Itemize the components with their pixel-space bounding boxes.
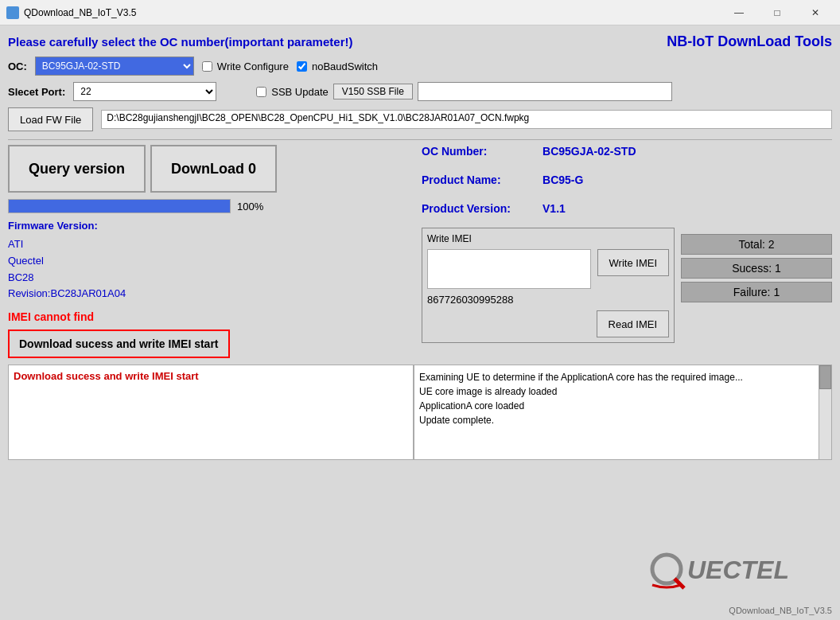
fw-line-ati: ATI: [8, 236, 414, 253]
imei-error: IMEI cannot find: [8, 310, 414, 323]
oc-dropdown[interactable]: BC95GJA-02-STD: [35, 57, 194, 76]
progress-bar-outer: [8, 199, 231, 213]
write-configure-label: Write Configure: [217, 60, 289, 72]
right-panel: OC Number: Product Name: Product Version…: [422, 145, 832, 358]
log-line-3: ApplicationA core loaded: [419, 399, 826, 413]
imei-input-row: Write IMEI: [427, 249, 669, 289]
log-line-2: UE core image is already loaded: [419, 384, 826, 399]
close-button[interactable]: ✕: [797, 0, 834, 25]
titlebar: QDownload_NB_IoT_V3.5 — □ ✕: [0, 0, 840, 25]
progress-text: 100%: [237, 201, 263, 213]
ssb-group: SSB Update V150 SSB File: [256, 82, 672, 101]
left-panel: Query version DownLoad 0 100% Firmware V…: [8, 145, 414, 358]
total-stat: Total: 2: [681, 234, 832, 255]
oc-number-value: BC95GJA-02-STD: [542, 145, 636, 158]
log-line-4: Update complete.: [419, 413, 826, 427]
oc-info-section: OC Number: Product Name: Product Version…: [422, 145, 832, 215]
log-scrollbar[interactable]: [819, 365, 831, 459]
ssb-update-checkbox[interactable]: [256, 87, 266, 97]
imei-stats-row: Write IMEI Write IMEI 867726030995288 Re…: [422, 228, 832, 343]
bottom-section: Download sucess and write IMEI start Exa…: [8, 365, 832, 460]
notice-text: Please carefully select the OC number(im…: [8, 35, 352, 49]
fw-line-revision: Revision:BC28JAR01A04: [8, 286, 414, 302]
port-label: Slecet Port:: [8, 86, 65, 98]
oc-info-labels: OC Number: Product Name: Product Version…: [422, 145, 511, 215]
footer: QDownload_NB_IoT_V3.5: [729, 606, 832, 615]
action-buttons: Query version DownLoad 0: [8, 145, 414, 193]
notice-bar: Please carefully select the OC number(im…: [8, 33, 832, 50]
product-name-label: Product Name:: [422, 174, 511, 186]
oc-info-values: BC95GJA-02-STD BC95-G V1.1: [542, 145, 636, 215]
ssb-file-button[interactable]: V150 SSB File: [333, 84, 413, 99]
fw-version-text: ATI Quectel BC28 Revision:BC28JAR01A04: [8, 236, 414, 302]
log-box-right: Examining UE to determine if the Applica…: [414, 365, 832, 460]
port-row: Slecet Port: 22 SSB Update V150 SSB File: [8, 82, 832, 101]
log-status-text: Download sucess and write IMEI start: [14, 370, 199, 382]
minimize-button[interactable]: —: [721, 0, 757, 25]
maximize-button[interactable]: □: [759, 0, 795, 25]
download-status-text: Download sucess and write IMEI start: [19, 337, 219, 350]
imei-number: 867726030995288: [427, 294, 669, 306]
svg-text:UECTEL: UECTEL: [687, 556, 789, 584]
ssb-path-input[interactable]: [418, 82, 672, 101]
log-panel-left: Download sucess and write IMEI start: [8, 365, 414, 460]
no-baud-switch-group: noBaudSwitch: [297, 60, 378, 72]
stats-panel: Total: 2 Sucess: 1 Failure: 1: [681, 234, 832, 343]
footer-text: QDownload_NB_IoT_V3.5: [729, 606, 832, 615]
log-panel-right: Examining UE to determine if the Applica…: [414, 365, 832, 460]
quectel-branding: UECTEL: [649, 545, 824, 596]
window-controls: — □ ✕: [721, 0, 834, 25]
oc-label: OC:: [8, 60, 27, 72]
port-dropdown[interactable]: 22: [73, 82, 216, 101]
progress-bar-inner: [9, 200, 230, 213]
product-version-label: Product Version:: [422, 202, 511, 215]
window-title: QDownload_NB_IoT_V3.5: [24, 7, 721, 18]
fw-row: Load FW File D:\BC28gujianshengjI\BC28_O…: [8, 107, 832, 131]
fw-line-quectel: Quectel: [8, 253, 414, 270]
log-box-left: Download sucess and write IMEI start: [8, 365, 414, 460]
oc-number-label: OC Number:: [422, 145, 511, 158]
quectel-logo-svg: UECTEL: [649, 545, 824, 593]
ssb-update-label: SSB Update: [271, 86, 329, 98]
fw-path: D:\BC28gujianshengjI\BC28_OPEN\BC28_Open…: [101, 110, 832, 129]
separator-1: [8, 139, 832, 140]
app-title: NB-IoT DownLoad Tools: [667, 33, 832, 50]
product-name-value: BC95-G: [542, 174, 636, 186]
no-baud-switch-checkbox[interactable]: [297, 61, 307, 72]
no-baud-switch-label: noBaudSwitch: [312, 60, 378, 72]
log-line-1: Examining UE to determine if the Applica…: [419, 370, 826, 384]
main-content: Please carefully select the OC number(im…: [0, 25, 840, 620]
write-configure-group: Write Configure: [202, 60, 289, 72]
read-imei-button[interactable]: Read IMEI: [597, 310, 669, 337]
progress-row: 100%: [8, 199, 414, 213]
log-scrollbar-thumb[interactable]: [819, 365, 831, 389]
failure-stat: Failure: 1: [681, 282, 832, 302]
load-fw-button[interactable]: Load FW File: [8, 107, 93, 131]
read-imei-row: Read IMEI: [427, 310, 669, 337]
write-configure-checkbox[interactable]: [202, 61, 212, 72]
download-button[interactable]: DownLoad 0: [150, 145, 277, 193]
app-icon: [6, 6, 19, 19]
write-imei-button[interactable]: Write IMEI: [597, 249, 669, 276]
imei-input-field[interactable]: [427, 249, 591, 289]
fw-version-label: Firmware Version:: [8, 220, 414, 232]
query-version-button[interactable]: Query version: [8, 145, 146, 193]
middle-section: Query version DownLoad 0 100% Firmware V…: [8, 145, 832, 358]
oc-row: OC: BC95GJA-02-STD Write Configure noBau…: [8, 57, 832, 76]
product-version-value: V1.1: [542, 202, 636, 215]
fw-line-bc28: BC28: [8, 270, 414, 287]
success-stat: Sucess: 1: [681, 258, 832, 279]
download-status-box: Download sucess and write IMEI start: [8, 329, 230, 358]
imei-box: Write IMEI Write IMEI 867726030995288 Re…: [422, 228, 675, 343]
imei-section-title: Write IMEI: [427, 233, 669, 244]
